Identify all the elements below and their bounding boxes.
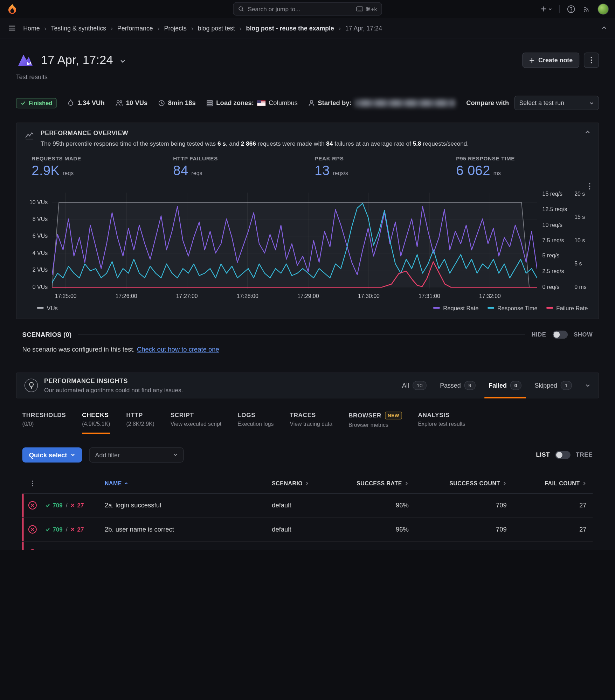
- check-success-count: 709: [412, 550, 510, 550]
- chevron-down-icon: [71, 452, 76, 457]
- table-row[interactable]: 709 / 27 2c. user email is correct defau…: [22, 542, 593, 550]
- lightbulb-icon: [25, 379, 38, 392]
- tab-logs[interactable]: LOGSExecution logs: [237, 411, 274, 434]
- chart-menu-button[interactable]: [589, 182, 590, 189]
- insights-filter-skipped[interactable]: Skipped1: [534, 377, 573, 393]
- check-icon: [45, 503, 50, 508]
- more-actions-button[interactable]: [584, 53, 599, 68]
- check-fail-count: 27: [510, 550, 593, 550]
- tree-view-label[interactable]: TREE: [576, 451, 593, 458]
- title-dropdown-button[interactable]: [119, 58, 126, 64]
- tab-traces[interactable]: TRACESView tracing data: [290, 411, 332, 434]
- add-menu-button[interactable]: [540, 6, 552, 12]
- collapse-header-button[interactable]: [601, 25, 607, 31]
- search-input[interactable]: [248, 6, 352, 12]
- page-title: 17 Apr, 17:24: [41, 53, 113, 67]
- tab-http[interactable]: HTTP(2.8K/2.9K): [126, 411, 154, 434]
- grafana-logo[interactable]: [6, 3, 18, 15]
- load-zones: Load zones: Columbus: [206, 99, 298, 106]
- legend-swatch: [488, 307, 494, 309]
- chevron-down-icon: [589, 101, 594, 105]
- collapse-panel-button[interactable]: [585, 129, 590, 148]
- status-badge: Finished: [16, 98, 57, 108]
- compare-test-run-select[interactable]: Select a test run: [514, 96, 599, 110]
- breadcrumb-item-home[interactable]: Home: [23, 24, 40, 31]
- legend-response-time[interactable]: Response Time: [488, 305, 538, 311]
- results-tabstrip: THRESHOLDS(0/0) CHECKS(4.9K/5.1K) HTTP(2…: [22, 411, 593, 434]
- insights-subtitle: Our automated algorithms could not find …: [44, 387, 183, 393]
- breadcrumb-item-projects[interactable]: Projects: [164, 24, 187, 31]
- create-scenario-link[interactable]: Check out how to create one: [137, 346, 219, 353]
- performance-chart: 10 VUs8 VUs6 VUs4 VUs2 VUs0 VUs 15 req/s…: [25, 182, 590, 312]
- menu-toggle-button[interactable]: [8, 24, 16, 32]
- breadcrumb-item-project[interactable]: blog post test: [198, 24, 235, 31]
- breadcrumb-item-performance[interactable]: Performance: [117, 24, 153, 31]
- add-filter-select[interactable]: Add filter: [89, 447, 184, 462]
- scenarios-show-label[interactable]: SHOW: [574, 331, 593, 338]
- plus-icon: [540, 6, 547, 12]
- chevron-up-icon: [585, 129, 590, 135]
- insights-filter-failed[interactable]: Failed0: [488, 377, 522, 393]
- question-circle-icon: [567, 5, 575, 13]
- create-note-button[interactable]: Create note: [522, 53, 579, 68]
- breadcrumb-item-test[interactable]: blog post - reuse the example: [246, 24, 334, 31]
- list-tree-toggle[interactable]: [555, 451, 570, 459]
- table-row[interactable]: 709 / 27 2a. login successful default 96…: [22, 493, 593, 518]
- test-meta-row: Finished 1.34 VUh 10 VUs 8min 18s: [16, 96, 599, 110]
- legend-swatch: [37, 307, 44, 309]
- insights-filter-passed[interactable]: Passed9: [439, 377, 476, 393]
- plus-icon: [529, 57, 535, 63]
- tab-analysis[interactable]: ANALYSISExplore test results: [418, 411, 465, 434]
- scenarios-toggle[interactable]: [552, 331, 567, 339]
- legend-failure-rate[interactable]: Failure Rate: [546, 305, 588, 311]
- search-icon: [238, 6, 244, 12]
- chevron-up-icon: [601, 25, 607, 31]
- scenarios-hide-label[interactable]: HIDE: [531, 331, 546, 338]
- insights-expand-button[interactable]: [585, 382, 590, 388]
- insights-filter-all[interactable]: All10: [401, 377, 428, 393]
- load-zone-value: Columbus: [269, 99, 298, 106]
- tab-browser[interactable]: BROWSERNEW Browser metrics: [348, 411, 402, 434]
- global-search[interactable]: ⌘+k: [233, 2, 382, 15]
- breadcrumb-separator: ›: [44, 24, 46, 32]
- legend-request-rate[interactable]: Request Rate: [433, 305, 478, 311]
- news-feed-button[interactable]: [582, 5, 590, 13]
- breadcrumb-item-testing[interactable]: Testing & synthetics: [51, 24, 106, 31]
- quick-select-button[interactable]: Quick select: [22, 447, 82, 462]
- page-subtitle: Test results: [16, 74, 599, 81]
- table-row[interactable]: 709 / 27 2b. user name is correct defaul…: [22, 518, 593, 542]
- check-icon: [21, 100, 26, 105]
- vus-metric: 10 VUs: [115, 99, 147, 106]
- count-badge: 0: [510, 381, 521, 389]
- users-icon: [115, 99, 123, 106]
- tab-thresholds[interactable]: THRESHOLDS(0/0): [22, 411, 66, 434]
- tab-script[interactable]: SCRIPTView executed script: [171, 411, 222, 434]
- hamburger-icon: [8, 24, 16, 32]
- tab-checks[interactable]: CHECKS(4.9K/5.1K): [82, 411, 110, 434]
- check-counts: 709 / 27: [42, 526, 100, 533]
- fail-indicator-bar: [22, 493, 24, 517]
- started-by: Started by:: [309, 99, 455, 107]
- keyboard-icon: [356, 6, 363, 12]
- new-badge: NEW: [385, 411, 402, 419]
- breadcrumb-current: 17 Apr, 17:24: [345, 24, 382, 31]
- insights-title: PERFORMANCE INSIGHTS: [44, 377, 183, 384]
- y-axis-vus: 10 VUs8 VUs6 VUs4 VUs2 VUs0 VUs: [25, 192, 52, 289]
- check-success-rate: 96%: [350, 526, 412, 533]
- help-button[interactable]: [567, 5, 575, 13]
- user-avatar[interactable]: [597, 4, 609, 15]
- stat-requests-made: REQUESTS MADE 2.9Kreqs: [25, 155, 166, 178]
- fail-indicator-bar: [22, 518, 24, 541]
- column-header-scenario[interactable]: SCENARIO: [267, 480, 350, 487]
- performance-overview-panel: PERFORMANCE OVERVIEW The 95th percentile…: [16, 123, 599, 319]
- column-header-success-count[interactable]: SUCCESS COUNT: [412, 480, 510, 487]
- column-header-name[interactable]: NAME: [100, 480, 267, 487]
- checks-toolbar: Quick select Add filter LIST TREE: [22, 447, 593, 462]
- table-menu-button[interactable]: [22, 480, 42, 487]
- list-view-label[interactable]: LIST: [536, 451, 550, 458]
- chevron-right-icon: [404, 481, 409, 486]
- search-shortcut: ⌘+k: [356, 6, 377, 12]
- legend-vus[interactable]: VUs: [37, 305, 58, 311]
- column-header-success-rate[interactable]: SUCCESS RATE: [350, 480, 412, 487]
- column-header-fail-count[interactable]: FAIL COUNT: [510, 480, 593, 487]
